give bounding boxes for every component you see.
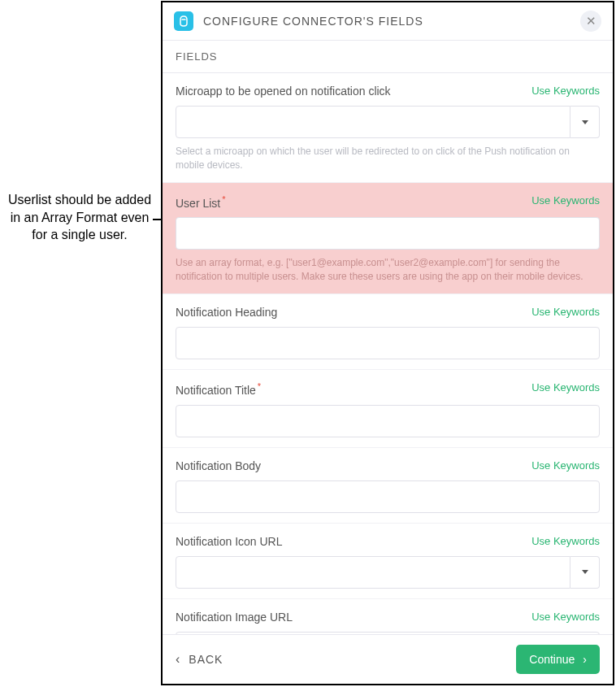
icon-url-label: Notification Icon URL <box>176 535 283 548</box>
field-image-url: Notification Image URL Use Keywords <box>163 599 613 635</box>
microapp-label: Microapp to be opened on notification cl… <box>176 85 391 98</box>
microapp-help: Select a microapp on which the user will… <box>176 145 600 172</box>
back-button[interactable]: ‹ BACK <box>176 652 223 667</box>
heading-input[interactable] <box>176 327 600 359</box>
title-input[interactable] <box>176 405 600 437</box>
userlist-label: User List* <box>176 194 226 210</box>
continue-label: Continue <box>529 653 575 666</box>
icon-url-dropdown-button[interactable] <box>570 556 600 589</box>
annotation-text: Userlist should be added in an Array For… <box>7 191 153 244</box>
use-keywords-link[interactable]: Use Keywords <box>531 535 600 547</box>
caret-down-icon <box>582 120 588 124</box>
userlist-input[interactable] <box>176 217 600 250</box>
body-input[interactable] <box>176 480 600 513</box>
use-keywords-link[interactable]: Use Keywords <box>531 611 600 623</box>
panel-header: CONFIGURE CONNECTOR'S FIELDS ✕ <box>163 2 613 41</box>
use-keywords-link[interactable]: Use Keywords <box>531 306 600 318</box>
field-title: Notification Title* Use Keywords <box>163 370 613 448</box>
use-keywords-link[interactable]: Use Keywords <box>531 85 600 97</box>
icon-url-input[interactable] <box>176 556 570 589</box>
chevron-right-icon: › <box>583 653 587 666</box>
back-label: BACK <box>189 653 223 666</box>
field-heading: Notification Heading Use Keywords <box>163 294 613 370</box>
microapp-input[interactable] <box>176 106 570 138</box>
field-microapp: Microapp to be opened on notification cl… <box>163 73 613 183</box>
field-icon-url: Notification Icon URL Use Keywords <box>163 524 613 599</box>
configure-panel: CONFIGURE CONNECTOR'S FIELDS ✕ FIELDS Mi… <box>161 1 614 685</box>
panel-title: CONFIGURE CONNECTOR'S FIELDS <box>203 15 570 28</box>
use-keywords-link[interactable]: Use Keywords <box>531 381 600 394</box>
required-asterisk: * <box>222 194 225 204</box>
fields-subheader: FIELDS <box>163 41 613 73</box>
use-keywords-link[interactable]: Use Keywords <box>531 194 600 207</box>
field-body: Notification Body Use Keywords <box>163 448 613 524</box>
userlist-help: Use an array format, e.g. ["user1@exampl… <box>176 256 600 284</box>
continue-button[interactable]: Continue › <box>516 645 600 674</box>
chevron-left-icon: ‹ <box>176 652 180 667</box>
image-url-label: Notification Image URL <box>176 611 293 624</box>
heading-label: Notification Heading <box>176 306 277 319</box>
panel-footer: ‹ BACK Continue › <box>163 634 613 684</box>
caret-down-icon <box>582 570 588 574</box>
required-asterisk: * <box>258 381 261 391</box>
title-label: Notification Title* <box>176 381 261 397</box>
close-icon: ✕ <box>586 14 596 28</box>
use-keywords-link[interactable]: Use Keywords <box>531 459 600 472</box>
microapp-dropdown-button[interactable] <box>570 106 600 138</box>
close-button[interactable]: ✕ <box>580 11 601 32</box>
body-label: Notification Body <box>176 459 261 472</box>
field-userlist: User List* Use Keywords Use an array for… <box>163 183 613 294</box>
fields-body: Microapp to be opened on notification cl… <box>163 73 613 634</box>
app-icon <box>174 11 193 31</box>
